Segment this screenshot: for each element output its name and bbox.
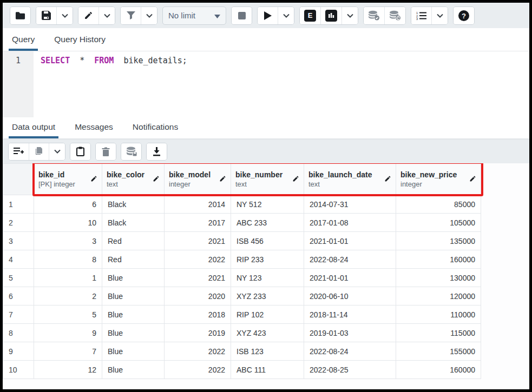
edit-column-icon[interactable] — [469, 175, 476, 184]
cell-bike_color[interactable]: Black — [102, 214, 165, 232]
cell-bike_color[interactable]: Blue — [102, 342, 165, 361]
cell-bike_model[interactable]: 2019 — [165, 324, 231, 342]
tab-query-history[interactable]: Query History — [51, 29, 109, 51]
cell-bike_id[interactable]: 2 — [34, 287, 102, 305]
help-button[interactable]: ? — [454, 7, 474, 24]
cell-bike_color[interactable]: Blue — [102, 361, 165, 379]
save-data-changes-button[interactable] — [121, 143, 141, 160]
tab-query[interactable]: Query — [9, 29, 38, 51]
tab-data-output[interactable]: Data output — [9, 117, 58, 138]
cell-bike_launch_date[interactable]: 2014-07-31 — [304, 195, 396, 214]
edit-column-icon[interactable] — [153, 175, 160, 184]
download-results-button[interactable] — [147, 143, 167, 160]
rollback-button[interactable] — [384, 7, 405, 24]
column-header-bike_color[interactable]: bike_colortext — [102, 164, 165, 195]
row-number[interactable]: 8 — [3, 324, 34, 342]
macros-button[interactable]: 123 — [411, 7, 431, 24]
select-all-corner[interactable] — [3, 164, 34, 195]
cell-bike_color[interactable]: Red — [102, 232, 165, 250]
row-number[interactable]: 9 — [3, 342, 34, 361]
explain-dropdown-button[interactable] — [341, 7, 358, 24]
cell-bike_id[interactable]: 10 — [34, 214, 102, 232]
filter-dropdown-button[interactable] — [141, 7, 157, 24]
cell-bike_model[interactable]: 2021 — [165, 269, 231, 287]
edit-column-icon[interactable] — [384, 175, 391, 184]
cell-bike_new_price[interactable]: 120000 — [396, 287, 481, 305]
cell-bike_model[interactable]: 2022 — [165, 342, 231, 361]
cell-bike_model[interactable]: 2020 — [165, 287, 231, 305]
edit-column-icon[interactable] — [292, 175, 299, 184]
open-file-button[interactable] — [10, 7, 30, 24]
row-number[interactable]: 2 — [3, 214, 34, 232]
editor-code-area[interactable]: SELECT * FROM bike_details; — [34, 51, 187, 117]
filter-button[interactable] — [121, 7, 141, 24]
cell-bike_id[interactable]: 9 — [34, 324, 102, 342]
cell-bike_number[interactable]: XYZ 423 — [231, 324, 304, 342]
cell-bike_launch_date[interactable]: 2021-01-01 — [304, 232, 396, 250]
execute-dropdown-button[interactable] — [278, 7, 294, 24]
cell-bike_launch_date[interactable]: 2022-08-25 — [304, 361, 396, 379]
execute-button[interactable] — [258, 7, 278, 24]
cell-bike_id[interactable]: 7 — [34, 342, 102, 361]
cell-bike_color[interactable]: Red — [102, 250, 165, 269]
explain-analyze-button[interactable] — [320, 7, 341, 24]
row-limit-select[interactable]: No limit — [162, 6, 226, 25]
cell-bike_model[interactable]: 2022 — [165, 361, 231, 379]
save-button[interactable] — [36, 7, 56, 24]
cell-bike_id[interactable]: 6 — [34, 195, 102, 214]
tab-messages[interactable]: Messages — [71, 117, 116, 138]
sql-editor[interactable]: 1 SELECT * FROM bike_details; — [3, 51, 529, 117]
row-number[interactable]: 10 — [3, 361, 34, 379]
cell-bike_color[interactable]: Blue — [102, 269, 165, 287]
cell-bike_number[interactable]: ABC 111 — [231, 361, 304, 379]
macros-dropdown-button[interactable] — [431, 7, 448, 24]
cell-bike_new_price[interactable]: 110000 — [396, 305, 481, 324]
cell-bike_number[interactable]: RIP 102 — [231, 305, 304, 324]
cell-bike_new_price[interactable]: 115000 — [396, 324, 481, 342]
explain-button[interactable]: E — [300, 7, 320, 24]
cell-bike_launch_date[interactable]: 2018-11-14 — [304, 305, 396, 324]
cell-bike_launch_date[interactable]: 2017-01-08 — [304, 214, 396, 232]
cell-bike_new_price[interactable]: 135000 — [396, 232, 481, 250]
cell-bike_launch_date[interactable]: 2022-08-24 — [304, 250, 396, 269]
cell-bike_number[interactable]: NY 123 — [231, 269, 304, 287]
edit-column-icon[interactable] — [219, 175, 226, 184]
cell-bike_launch_date[interactable]: 2020-06-10 — [304, 287, 396, 305]
cell-bike_new_price[interactable]: 85000 — [396, 195, 481, 214]
row-number[interactable]: 1 — [3, 195, 34, 214]
cell-bike_id[interactable]: 3 — [34, 232, 102, 250]
cell-bike_number[interactable]: RIP 233 — [231, 250, 304, 269]
column-header-bike_new_price[interactable]: bike_new_priceinteger — [396, 164, 481, 195]
cell-bike_color[interactable]: Blue — [102, 305, 165, 324]
cell-bike_new_price[interactable]: 105000 — [396, 214, 481, 232]
cell-bike_color[interactable]: Black — [102, 195, 165, 214]
column-header-bike_model[interactable]: bike_modelinteger — [165, 164, 231, 195]
cell-bike_number[interactable]: NY 512 — [231, 195, 304, 214]
cell-bike_launch_date[interactable]: 2019-01-03 — [304, 324, 396, 342]
edit-dropdown-button[interactable] — [98, 7, 115, 24]
cell-bike_model[interactable]: 2017 — [165, 214, 231, 232]
row-number[interactable]: 7 — [3, 305, 34, 324]
cell-bike_number[interactable]: ISB 123 — [231, 342, 304, 361]
edit-button[interactable] — [78, 7, 98, 24]
column-header-bike_number[interactable]: bike_numbertext — [231, 164, 304, 195]
delete-row-button[interactable] — [96, 143, 116, 160]
cell-bike_number[interactable]: XYZ 233 — [231, 287, 304, 305]
cell-bike_new_price[interactable]: 130000 — [396, 269, 481, 287]
copy-dropdown-button[interactable] — [49, 143, 65, 160]
cell-bike_number[interactable]: ISB 456 — [231, 232, 304, 250]
cell-bike_color[interactable]: Blue — [102, 287, 165, 305]
cell-bike_model[interactable]: 2021 — [165, 232, 231, 250]
edit-column-icon[interactable] — [90, 175, 97, 184]
copy-button[interactable] — [29, 143, 49, 160]
cell-bike_number[interactable]: ABC 233 — [231, 214, 304, 232]
column-header-bike_id[interactable]: bike_id[PK] integer — [34, 164, 102, 195]
row-number[interactable]: 5 — [3, 269, 34, 287]
commit-button[interactable] — [364, 7, 384, 24]
cell-bike_color[interactable]: Blue — [102, 324, 165, 342]
cell-bike_id[interactable]: 12 — [34, 361, 102, 379]
cell-bike_id[interactable]: 1 — [34, 269, 102, 287]
cell-bike_new_price[interactable]: 160000 — [396, 361, 481, 379]
cell-bike_id[interactable]: 8 — [34, 250, 102, 269]
cell-bike_launch_date[interactable]: 2021-01-01 — [304, 269, 396, 287]
